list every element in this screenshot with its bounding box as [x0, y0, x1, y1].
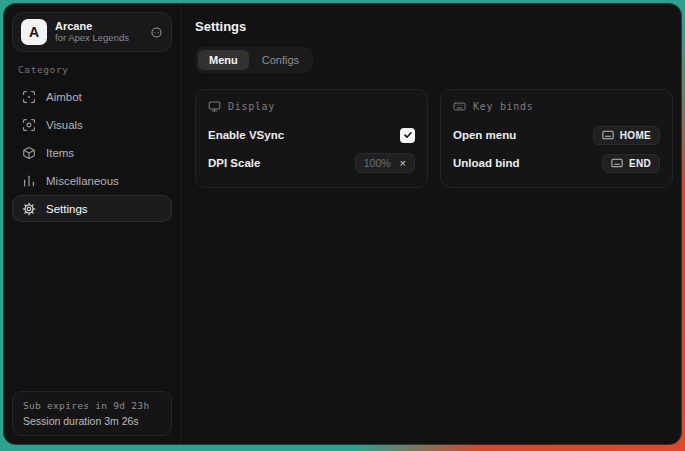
keybinds-card-title: Key binds [473, 101, 534, 112]
logo-letter: A [29, 24, 39, 40]
discord-icon[interactable] [150, 26, 163, 39]
sidebar-item-items[interactable]: Items [12, 139, 172, 166]
open-menu-label: Open menu [453, 129, 516, 141]
session-info-box: Sub expires in 9d 23h Session duration 3… [12, 391, 172, 436]
sidebar-item-label: Visuals [46, 119, 83, 131]
crosshair-icon [22, 90, 36, 104]
page-title: Settings [195, 19, 673, 34]
vsync-label: Enable VSync [208, 129, 284, 141]
unload-key: END [629, 158, 651, 169]
sidebar-item-label: Settings [46, 203, 88, 215]
app-name: Arcane [55, 20, 142, 33]
checkmark-icon [403, 130, 413, 140]
open-menu-keybind-button[interactable]: HOME [593, 126, 660, 145]
vsync-checkbox[interactable] [400, 128, 415, 143]
display-card-header: Display [208, 100, 415, 113]
open-menu-key: HOME [620, 130, 651, 141]
sidebar-item-label: Aimbot [46, 91, 82, 103]
open-menu-row: Open menu HOME [453, 123, 660, 147]
vsync-row: Enable VSync [208, 123, 415, 147]
tab-configs[interactable]: Configs [251, 50, 310, 70]
sub-expiry-text: Sub expires in 9d 23h [23, 400, 161, 411]
main-content: Settings Menu Configs Display [181, 4, 681, 444]
package-icon [22, 146, 36, 160]
sidebar-item-aimbot[interactable]: Aimbot [12, 83, 172, 110]
display-card-title: Display [228, 101, 275, 112]
app-meta: Arcane for Apex Legends [55, 20, 142, 44]
sidebar-item-miscellaneous[interactable]: Miscellaneous [12, 167, 172, 194]
dpi-scale-row: DPI Scale 100% × [208, 151, 415, 175]
keybinds-card-header: Key binds [453, 100, 660, 113]
dpi-clear-button[interactable]: × [400, 158, 406, 169]
sidebar: A Arcane for Apex Legends Category [4, 4, 181, 444]
columns-icon [22, 174, 36, 188]
session-duration-text: Session duration 3m 26s [23, 415, 161, 427]
tab-bar: Menu Configs [195, 47, 313, 73]
gear-icon [22, 202, 36, 216]
keybinds-card: Key binds Open menu HOME [440, 89, 673, 188]
dpi-scale-label: DPI Scale [208, 157, 260, 169]
keyboard-icon [453, 100, 466, 113]
unload-bind-label: Unload bind [453, 157, 519, 169]
app-window: A Arcane for Apex Legends Category [4, 4, 681, 444]
settings-cards: Display Enable VSync DPI Scale 100% × [195, 89, 673, 188]
app-subtitle: for Apex Legends [55, 33, 142, 44]
scan-eye-icon [22, 118, 36, 132]
sidebar-item-label: Miscellaneous [46, 175, 119, 187]
keycap-icon [611, 158, 623, 168]
sidebar-item-settings[interactable]: Settings [12, 195, 172, 222]
display-card: Display Enable VSync DPI Scale 100% × [195, 89, 428, 188]
sidebar-header: A Arcane for Apex Legends [12, 12, 172, 52]
keycap-icon [602, 130, 614, 140]
dpi-scale-input[interactable]: 100% × [355, 153, 415, 173]
unload-bind-row: Unload bind END [453, 151, 660, 175]
category-label: Category [18, 64, 166, 75]
sidebar-item-label: Items [46, 147, 74, 159]
app-logo: A [21, 19, 47, 45]
tab-menu[interactable]: Menu [198, 50, 249, 70]
sidebar-item-visuals[interactable]: Visuals [12, 111, 172, 138]
unload-keybind-button[interactable]: END [602, 154, 660, 173]
dpi-scale-value: 100% [364, 157, 391, 169]
monitor-icon [208, 100, 221, 113]
